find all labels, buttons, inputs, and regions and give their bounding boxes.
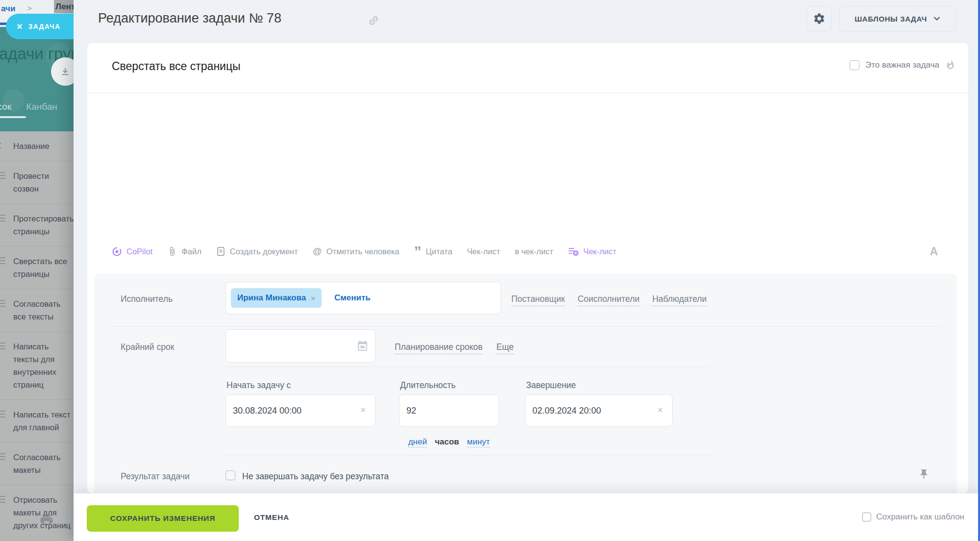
breadcrumb-separator: > <box>27 4 32 12</box>
list-item-label: Написать текст для главной <box>13 410 71 432</box>
create-document-label: Создать документ <box>230 247 298 256</box>
setter-link[interactable]: Постановщик <box>511 294 565 306</box>
deadline-input[interactable] <box>226 330 375 362</box>
list-item[interactable]: Написать текст для главной <box>0 399 74 442</box>
list-item[interactable]: Провести созвон <box>0 161 74 203</box>
background-task-list: ачи > Лента × ЗАДАЧА Задачи группы Списо… <box>0 0 74 541</box>
paperclip-icon <box>167 246 177 256</box>
tab-list[interactable]: Список <box>0 101 11 112</box>
sort-icon <box>0 141 3 150</box>
divider <box>108 326 943 327</box>
unit-days-link[interactable]: дней <box>408 437 427 447</box>
copilot-icon <box>112 246 122 257</box>
breadcrumb-feed-label: Лента <box>55 2 74 12</box>
drag-handle-icon[interactable] <box>0 172 5 179</box>
divider <box>226 455 711 455</box>
performer-field[interactable]: Ирина Минакова × Сменить <box>226 282 501 314</box>
list-item[interactable]: Согласовать макеты <box>0 442 74 485</box>
link-icon[interactable] <box>368 15 379 26</box>
cancel-button[interactable]: ОТМЕНА <box>254 513 289 522</box>
mention-person-button[interactable]: @ Отметить человека <box>313 246 400 257</box>
clear-start-icon[interactable]: × <box>361 406 365 415</box>
watchers-link[interactable]: Наблюдатели <box>652 294 706 306</box>
result-checkbox-label: Не завершать задачу без результата <box>242 471 389 482</box>
performer-chip[interactable]: Ирина Минакова × <box>231 288 322 308</box>
unit-hours-active[interactable]: часов <box>435 437 459 447</box>
calendar-icon[interactable] <box>356 340 369 352</box>
settings-button[interactable] <box>806 6 832 31</box>
finish-date-input[interactable] <box>525 394 673 427</box>
app-root: ачи > Лента × ЗАДАЧА Задачи группы Списо… <box>0 0 980 541</box>
deadline-links: Планирование сроков Еще <box>395 342 514 354</box>
task-name[interactable]: Сверстать все страницы <box>112 60 241 73</box>
schedule-group <box>226 367 711 367</box>
list-item-label: Провести созвон <box>13 172 49 193</box>
into-checklist-button[interactable]: в чек-лист <box>515 247 553 256</box>
list-item-label: Протестировать страницы <box>13 214 74 236</box>
change-performer-link[interactable]: Сменить <box>334 293 371 303</box>
drag-handle-icon[interactable] <box>0 257 5 264</box>
breadcrumb-tasks-link[interactable]: ачи <box>1 4 15 14</box>
attach-file-button[interactable]: Файл <box>167 246 201 256</box>
drag-handle-icon[interactable] <box>0 343 5 349</box>
save-as-template-checkbox[interactable] <box>862 513 871 521</box>
collapse-button[interactable] <box>51 57 74 86</box>
close-task-button[interactable]: × ЗАДАЧА <box>6 14 74 39</box>
list-header-label: Название <box>13 142 50 150</box>
planning-link[interactable]: Планирование сроков <box>395 342 482 354</box>
drag-handle-icon[interactable] <box>0 453 5 460</box>
document-icon <box>216 246 226 256</box>
copilot-button[interactable]: CoPilot <box>112 246 152 257</box>
font-size-button[interactable]: A <box>930 245 938 258</box>
start-date-input[interactable] <box>226 394 376 427</box>
duration-input[interactable] <box>399 394 499 427</box>
list-header-row[interactable]: Название <box>0 131 74 161</box>
breadcrumb-feed-tab[interactable]: Лента <box>54 0 74 13</box>
task-edit-modal: Редактирование задачи № 78 ШАБЛОНЫ ЗАДАЧ… <box>74 0 980 541</box>
save-changes-button[interactable]: СОХРАНИТЬ ИЗМЕНЕНИЯ <box>87 505 239 532</box>
task-properties-panel: Исполнитель Ирина Минакова × Сменить Пос… <box>94 273 957 493</box>
deadline-field[interactable] <box>226 329 376 363</box>
coexecutors-link[interactable]: Соисполнители <box>578 294 639 306</box>
list-item[interactable]: Написать тексты для внутренних страниц <box>0 331 74 399</box>
flame-icon <box>945 60 955 70</box>
list-item[interactable]: Сверстать все страницы <box>0 246 74 289</box>
list-item-label: Согласовать все тексты <box>13 299 61 321</box>
more-link[interactable]: Еще <box>496 342 514 354</box>
result-checkbox[interactable] <box>226 470 235 480</box>
attach-file-label: Файл <box>181 247 201 256</box>
remove-performer-icon[interactable]: × <box>311 294 315 302</box>
checklist-button[interactable]: Чек-лист <box>467 247 501 256</box>
list-item-label: Согласовать макеты <box>13 453 61 474</box>
drag-handle-icon[interactable] <box>0 411 5 418</box>
add-checklist-button[interactable]: Чек-лист <box>568 246 617 257</box>
clear-finish-icon[interactable]: × <box>658 406 662 415</box>
task-templates-button[interactable]: ШАБЛОНЫ ЗАДАЧ <box>839 6 956 31</box>
save-as-template-label: Сохранить как шаблон <box>876 512 964 522</box>
list-item[interactable]: Протестировать страницы <box>0 203 74 246</box>
tab-active-underline <box>0 116 26 118</box>
chevron-down-icon <box>933 15 941 23</box>
unit-minutes-link[interactable]: минут <box>467 437 490 447</box>
start-label: Начать задачу с <box>226 380 291 391</box>
quote-label: Цитата <box>426 247 452 256</box>
important-task-control: Это важная задача <box>850 60 955 70</box>
duration-label: Длительность <box>400 380 455 391</box>
task-name-bar: Сверстать все страницы Это важная задача <box>87 43 968 93</box>
pushpin-icon[interactable] <box>918 468 930 480</box>
drag-handle-icon[interactable] <box>0 215 5 221</box>
deadline-label: Крайний срок <box>121 342 174 352</box>
list-item[interactable]: Согласовать все тексты <box>0 289 74 331</box>
tab-kanban[interactable]: Канбан <box>26 101 57 112</box>
drag-handle-icon[interactable] <box>0 496 5 503</box>
list-item[interactable]: Отрисовать макеты для других страниц <box>0 485 74 540</box>
task-button-label: ЗАДАЧА <box>28 23 61 30</box>
create-document-button[interactable]: Создать документ <box>216 246 298 256</box>
role-links: Постановщик Соисполнители Наблюдатели <box>511 294 707 306</box>
drag-handle-icon[interactable] <box>0 300 5 307</box>
checklist-add-icon <box>568 246 579 257</box>
task-card: Сверстать все страницы Это важная задача… <box>87 43 968 493</box>
quote-button[interactable]: ” Цитата <box>414 247 452 256</box>
important-checkbox[interactable] <box>850 60 859 70</box>
printer-icon <box>39 513 54 527</box>
